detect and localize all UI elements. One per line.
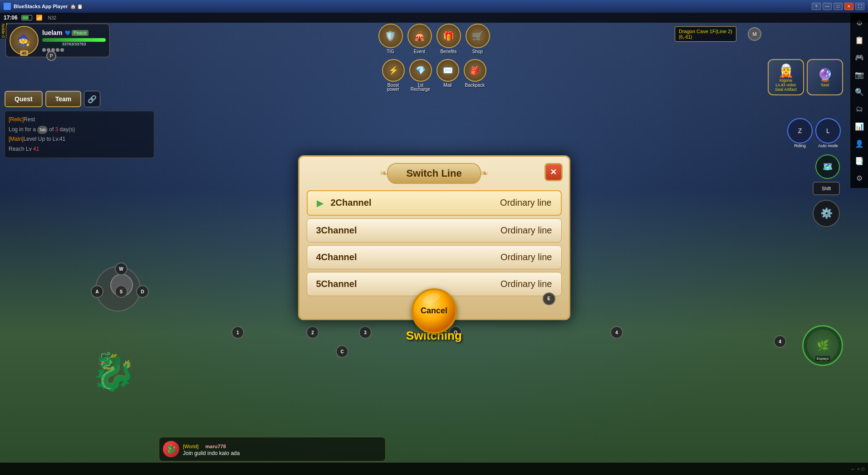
channel-4-type: Ordinary line xyxy=(500,252,552,262)
channel-row-3[interactable]: 3Channel Ordinary line xyxy=(307,218,562,242)
channel-3-name: 3Channel xyxy=(316,225,501,236)
channel-2-name: 2Channel xyxy=(331,198,500,208)
channel-row-2[interactable]: ▶ 2Channel Ordinary line xyxy=(307,190,562,216)
channel-2-arrow: ▶ xyxy=(317,198,324,208)
dialog-title-bg: ❧ Switch Line ❧ xyxy=(387,163,481,184)
channel-3-type: Ordinary line xyxy=(500,225,552,236)
channel-row-4[interactable]: 4Channel Ordinary line xyxy=(307,245,562,269)
switch-line-modal: ❧ Switch Line ❧ ✕ ▶ 2Channel Ordinary li… xyxy=(298,155,570,320)
cancel-btn-container: Cancel xyxy=(412,288,457,334)
cancel-btn-text: Cancel xyxy=(421,306,447,316)
cancel-button[interactable]: Cancel xyxy=(412,288,457,334)
title-deco-right: ❧ xyxy=(480,168,488,179)
channel-4-name: 4Channel xyxy=(316,252,501,262)
dialog-header: ❧ Switch Line ❧ ✕ xyxy=(299,157,569,190)
title-deco-left: ❧ xyxy=(380,168,388,179)
channel-5-name: 5Channel xyxy=(316,279,501,289)
dialog-close-btn[interactable]: ✕ xyxy=(544,163,563,181)
dialog-title: Switch Line xyxy=(406,168,461,179)
channel-2-type: Ordinary line xyxy=(500,198,551,208)
e-key-dialog[interactable]: E xyxy=(543,292,555,305)
channel-5-type: Ordinary line xyxy=(500,279,552,289)
modal-overlay: ❧ Switch Line ❧ ✕ ▶ 2Channel Ordinary li… xyxy=(0,0,868,475)
